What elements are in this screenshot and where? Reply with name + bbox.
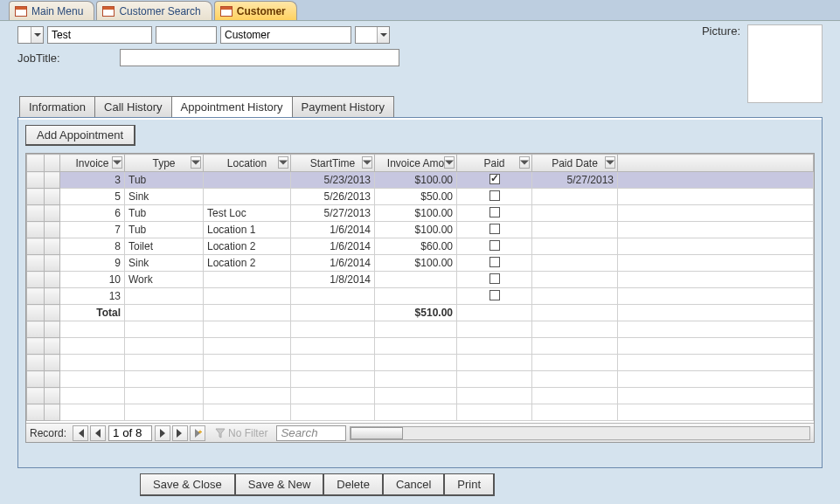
row-header[interactable]: [45, 222, 60, 238]
chevron-down-icon[interactable]: [362, 156, 372, 169]
cell-paid[interactable]: [457, 255, 532, 272]
suffix-combo[interactable]: [355, 26, 390, 44]
nav-new-button[interactable]: [190, 425, 205, 441]
chevron-down-icon[interactable]: [519, 156, 530, 169]
checkbox-icon[interactable]: [489, 257, 500, 267]
cell-paid[interactable]: [457, 205, 532, 222]
cell-amount[interactable]: $100.00: [375, 255, 457, 272]
doc-tab-main-menu[interactable]: Main Menu: [9, 1, 94, 20]
cell-type[interactable]: Tub: [125, 205, 204, 222]
col-paid[interactable]: Paid: [457, 155, 532, 172]
doc-tab-customer-search[interactable]: Customer Search: [96, 1, 212, 20]
nav-next-button[interactable]: [155, 425, 170, 441]
cell-starttime[interactable]: 1/6/2014: [291, 255, 375, 272]
cell-invoice[interactable]: 6: [60, 205, 125, 222]
col-starttime[interactable]: StartTime: [291, 155, 375, 172]
cell-location[interactable]: [204, 172, 291, 189]
table-row[interactable]: 7TubLocation 11/6/2014$100.00: [27, 222, 814, 238]
save-close-button[interactable]: Save & Close: [140, 473, 236, 496]
tab-call-history[interactable]: Call History: [94, 96, 171, 117]
cell-type[interactable]: Sink: [125, 255, 204, 272]
row-selector[interactable]: [27, 255, 45, 272]
table-row[interactable]: 5Sink5/26/2013$50.00: [27, 189, 814, 205]
search-input[interactable]: [276, 425, 346, 441]
row-selector[interactable]: [27, 189, 45, 205]
cell-type[interactable]: Sink: [125, 189, 204, 205]
cell-starttime[interactable]: [291, 288, 375, 305]
middle-name-input[interactable]: [156, 26, 217, 44]
tab-appointment-history[interactable]: Appointment History: [171, 96, 293, 117]
cell-amount[interactable]: [375, 272, 457, 288]
cell-type[interactable]: Tub: [125, 222, 204, 238]
cell-paid-date[interactable]: [532, 222, 618, 238]
col-type[interactable]: Type: [125, 155, 204, 172]
cell-amount[interactable]: [375, 288, 457, 305]
cell-paid[interactable]: [457, 172, 532, 189]
table-row[interactable]: 13: [27, 288, 814, 305]
col-location[interactable]: Location: [204, 155, 291, 172]
cell-paid-date[interactable]: [532, 288, 618, 305]
picture-frame[interactable]: [747, 24, 823, 103]
cell-location[interactable]: Location 2: [204, 238, 291, 255]
cell-starttime[interactable]: 1/6/2014: [291, 222, 375, 238]
cell-amount[interactable]: $100.00: [375, 205, 457, 222]
cell-amount[interactable]: $100.00: [375, 222, 457, 238]
checkbox-icon[interactable]: [489, 207, 500, 217]
table-row[interactable]: 9SinkLocation 21/6/2014$100.00: [27, 255, 814, 272]
row-header[interactable]: [45, 272, 60, 288]
chevron-down-icon[interactable]: [278, 156, 288, 169]
row-header[interactable]: [45, 288, 60, 305]
row-selector[interactable]: [27, 288, 45, 305]
cell-paid-date[interactable]: [532, 272, 618, 288]
tab-payment-history[interactable]: Payment History: [292, 96, 394, 117]
cell-paid[interactable]: [457, 288, 532, 305]
add-appointment-button[interactable]: Add Appointment: [25, 125, 135, 146]
filter-indicator[interactable]: No Filter: [215, 427, 267, 439]
cell-starttime[interactable]: 5/23/2013: [291, 172, 375, 189]
cell-invoice[interactable]: 9: [60, 255, 125, 272]
chevron-down-icon[interactable]: [191, 156, 201, 169]
tab-information[interactable]: Information: [19, 96, 95, 117]
table-row[interactable]: 10Work1/8/2014: [27, 272, 814, 288]
cell-location[interactable]: [204, 288, 291, 305]
checkbox-icon[interactable]: [489, 224, 500, 234]
jobtitle-input[interactable]: [120, 49, 399, 66]
cell-location[interactable]: Test Loc: [204, 205, 291, 222]
cancel-button[interactable]: Cancel: [383, 473, 445, 496]
cell-amount[interactable]: $50.00: [375, 189, 457, 205]
record-position-input[interactable]: [108, 425, 152, 441]
cell-invoice[interactable]: 3: [60, 172, 125, 189]
first-name-input[interactable]: [47, 26, 152, 44]
row-selector[interactable]: [27, 222, 45, 238]
row-header[interactable]: [45, 255, 60, 272]
cell-location[interactable]: [204, 189, 291, 205]
chevron-down-icon[interactable]: [605, 156, 615, 169]
col-invoice[interactable]: Invoice: [60, 155, 125, 172]
cell-type[interactable]: [125, 288, 204, 305]
cell-paid[interactable]: [457, 272, 532, 288]
cell-location[interactable]: [204, 272, 291, 288]
chevron-down-icon[interactable]: [444, 156, 455, 169]
cell-location[interactable]: Location 2: [204, 255, 291, 272]
nav-first-button[interactable]: [73, 425, 88, 441]
cell-starttime[interactable]: 1/8/2014: [291, 272, 375, 288]
scrollbar-thumb[interactable]: [351, 427, 403, 439]
cell-paid[interactable]: [457, 222, 532, 238]
cell-invoice[interactable]: 5: [60, 189, 125, 205]
row-header[interactable]: [45, 238, 60, 255]
cell-invoice[interactable]: 13: [60, 288, 125, 305]
col-invoice-amount[interactable]: Invoice Amo: [375, 155, 457, 172]
col-paid-date[interactable]: Paid Date: [532, 155, 618, 172]
checkbox-icon[interactable]: [489, 240, 500, 251]
nav-prev-button[interactable]: [90, 425, 106, 441]
row-selector[interactable]: [27, 205, 45, 222]
checkbox-icon[interactable]: [489, 290, 500, 300]
delete-button[interactable]: Delete: [323, 473, 384, 496]
last-name-input[interactable]: [220, 26, 351, 44]
cell-starttime[interactable]: 5/26/2013: [291, 189, 375, 205]
cell-type[interactable]: Work: [125, 272, 204, 288]
cell-paid-date[interactable]: [532, 205, 618, 222]
save-new-button[interactable]: Save & New: [235, 473, 325, 496]
row-header[interactable]: [45, 172, 60, 189]
checkbox-icon[interactable]: [489, 190, 500, 201]
